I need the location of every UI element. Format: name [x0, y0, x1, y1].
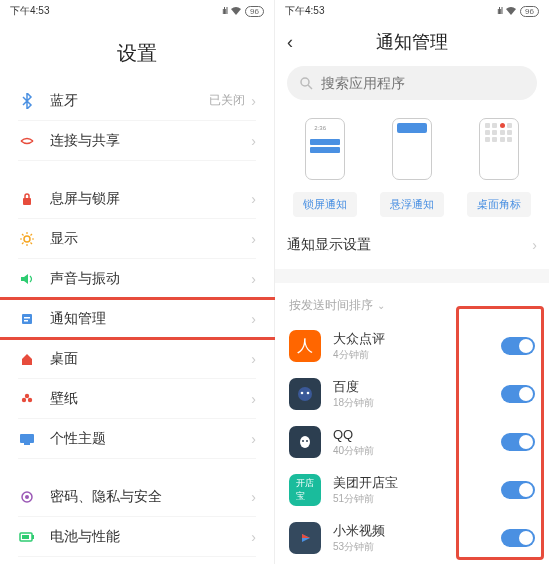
row-label: 电池与性能: [50, 528, 251, 546]
svg-point-27: [307, 392, 310, 395]
header: ‹ 通知管理: [275, 22, 549, 62]
header-title: 通知管理: [287, 30, 537, 54]
row-label: 显示: [50, 230, 251, 248]
preview-floating[interactable]: 悬浮通知: [380, 118, 444, 217]
row-display-settings[interactable]: 通知显示设置 ›: [287, 221, 537, 269]
chevron-right-icon: ›: [251, 231, 256, 247]
search-input[interactable]: [321, 75, 525, 91]
row-label: 连接与共享: [50, 132, 251, 150]
svg-line-24: [308, 85, 312, 89]
row-lockscreen[interactable]: 息屏与锁屏 ›: [18, 179, 256, 219]
sort-dropdown[interactable]: 按发送时间排序 ⌄: [275, 283, 549, 322]
row-sound[interactable]: 声音与振动 ›: [18, 259, 256, 299]
app-icon: [289, 426, 321, 458]
svg-line-8: [22, 242, 24, 244]
battery-indicator: 96: [520, 6, 539, 17]
svg-point-30: [306, 440, 308, 442]
share-icon: [18, 132, 36, 150]
app-name: 小米视频: [333, 523, 501, 540]
row-label: 息屏与锁屏: [50, 190, 251, 208]
app-time: 53分钟前: [333, 540, 501, 553]
settings-screen: 下午4:53 ılıl 96 设置 蓝牙 已关闭 › 连接与共享 › 息屏与锁屏…: [0, 0, 275, 564]
sun-icon: [18, 230, 36, 248]
svg-rect-21: [32, 535, 34, 539]
chevron-right-icon: ›: [251, 133, 256, 149]
preview-badge[interactable]: 桌面角标: [467, 118, 531, 217]
preview-row: 2:36 锁屏通知 悬浮通知 桌面角标: [275, 110, 549, 221]
status-time: 下午4:53: [285, 4, 324, 18]
shield-icon: [18, 488, 36, 506]
row-connectivity[interactable]: 连接与共享 ›: [18, 121, 256, 161]
phone-mock-icon: 2:36: [305, 118, 345, 180]
row-home[interactable]: 桌面 ›: [18, 339, 256, 379]
svg-line-9: [31, 234, 33, 236]
svg-point-28: [300, 436, 310, 448]
preview-lockscreen[interactable]: 2:36 锁屏通知: [293, 118, 357, 217]
chevron-right-icon: ›: [251, 351, 256, 367]
app-name: QQ: [333, 427, 501, 444]
app-time: 18分钟前: [333, 396, 501, 409]
app-icon: 开店宝: [289, 474, 321, 506]
svg-rect-12: [24, 320, 28, 322]
volume-icon: [18, 270, 36, 288]
theme-icon: [18, 430, 36, 448]
svg-point-1: [24, 236, 30, 242]
bell-icon: [18, 310, 36, 328]
app-list: 人 大众点评 4分钟前 百度 18分钟前 QQ 40分钟前 开店宝: [275, 322, 549, 562]
app-name: 百度: [333, 379, 501, 396]
chevron-right-icon: ›: [251, 271, 256, 287]
phone-mock-icon: [479, 118, 519, 180]
svg-point-29: [302, 440, 304, 442]
toggle-switch[interactable]: [501, 433, 535, 451]
toggle-switch[interactable]: [501, 481, 535, 499]
status-bar-right: 下午4:53 ılıl 96: [275, 0, 549, 22]
svg-rect-0: [23, 198, 31, 205]
row-label: 壁纸: [50, 390, 251, 408]
preview-label: 锁屏通知: [293, 192, 357, 217]
svg-point-14: [22, 397, 26, 401]
row-battery[interactable]: 电池与性能 ›: [18, 517, 256, 557]
row-privacy[interactable]: 密码、隐私与安全 ›: [18, 477, 256, 517]
svg-point-19: [25, 495, 29, 499]
status-bar-left: 下午4:53 ılıl 96: [0, 0, 274, 22]
app-row: 小米视频 53分钟前: [289, 514, 535, 562]
row-label: 密码、隐私与安全: [50, 488, 251, 506]
svg-point-26: [301, 392, 304, 395]
row-theme[interactable]: 个性主题 ›: [18, 419, 256, 459]
row-status: 已关闭: [209, 92, 245, 109]
sort-label-text: 按发送时间排序: [289, 297, 373, 314]
row-label: 通知显示设置: [287, 236, 371, 254]
row-label: 声音与振动: [50, 270, 251, 288]
app-icon: 人: [289, 330, 321, 362]
app-row: 开店宝 美团开店宝 51分钟前: [289, 466, 535, 514]
svg-point-23: [301, 78, 309, 86]
row-notifications[interactable]: 通知管理 ›: [0, 299, 274, 339]
battery-icon: [18, 528, 36, 546]
row-wallpaper[interactable]: 壁纸 ›: [18, 379, 256, 419]
svg-rect-22: [22, 535, 29, 539]
app-row: 人 大众点评 4分钟前: [289, 322, 535, 370]
svg-marker-32: [302, 534, 310, 538]
battery-indicator: 96: [245, 6, 264, 17]
svg-line-7: [31, 242, 33, 244]
row-display[interactable]: 显示 ›: [18, 219, 256, 259]
toggle-switch[interactable]: [501, 529, 535, 547]
toggle-switch[interactable]: [501, 337, 535, 355]
wifi-icon: [230, 6, 242, 16]
page-title: 设置: [0, 22, 274, 81]
signal-icon: ılıl: [222, 6, 227, 16]
svg-line-6: [22, 234, 24, 236]
section-divider: [275, 269, 549, 283]
search-box[interactable]: [287, 66, 537, 100]
chevron-down-icon: ⌄: [377, 300, 385, 311]
toggle-switch[interactable]: [501, 385, 535, 403]
wifi-icon: [505, 6, 517, 16]
chevron-right-icon: ›: [251, 489, 256, 505]
row-label: 蓝牙: [50, 92, 209, 110]
app-icon: [289, 522, 321, 554]
chevron-right-icon: ›: [251, 391, 256, 407]
home-icon: [18, 350, 36, 368]
notification-screen: 下午4:53 ılıl 96 ‹ 通知管理 2:36 锁屏通知 悬浮通知: [275, 0, 549, 564]
row-bluetooth[interactable]: 蓝牙 已关闭 ›: [18, 81, 256, 121]
bluetooth-icon: [18, 92, 36, 110]
